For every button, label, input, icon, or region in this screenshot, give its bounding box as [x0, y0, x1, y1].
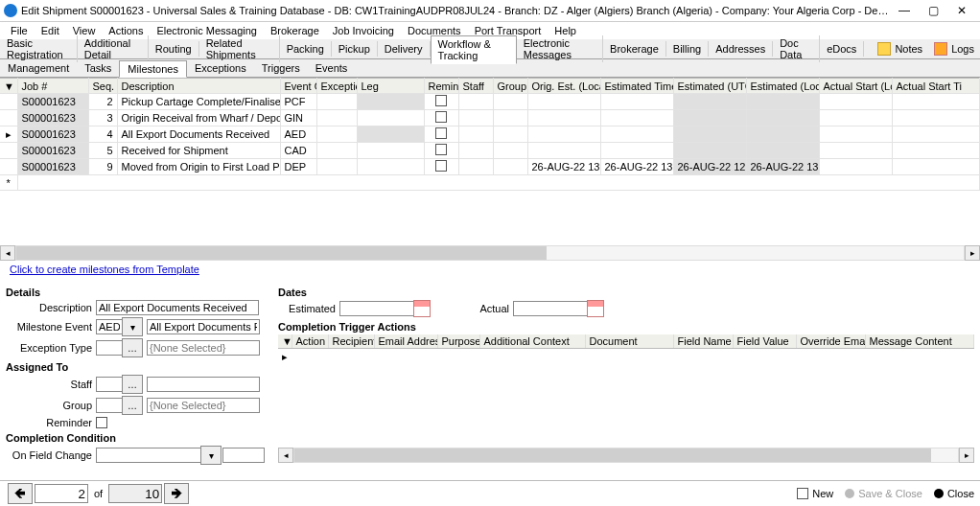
- of-label: of: [88, 488, 108, 499]
- trigger-scroll-left[interactable]: ◂: [278, 448, 293, 463]
- dates-heading: Dates: [278, 287, 974, 298]
- reminder-label: Reminder: [6, 417, 96, 428]
- event-dropdown-button[interactable]: ▾: [122, 317, 143, 336]
- logs-icon: [934, 42, 947, 56]
- on-field-change-label: On Field Change: [6, 449, 96, 461]
- page-total: [108, 484, 162, 503]
- grid-horizontal-scrollbar[interactable]: ◂ ▸: [0, 246, 980, 260]
- minimize-button[interactable]: —: [890, 4, 919, 17]
- event-code-input[interactable]: [96, 319, 123, 334]
- trigger-scroll-right[interactable]: ▸: [959, 448, 974, 463]
- reminder-detail-checkbox[interactable]: [96, 417, 107, 428]
- tab-pickup[interactable]: Pickup: [332, 41, 378, 57]
- grid-header-row: ▼ Job #Seq.DescriptionEvent CoExceptionL…: [0, 79, 980, 94]
- new-row[interactable]: *: [0, 175, 980, 191]
- notes-icon: [877, 42, 891, 56]
- trigger-grid[interactable]: ▼ ActionRecipientEmail AddressPurposeAdd…: [278, 334, 974, 364]
- description-label: Description: [6, 302, 96, 313]
- tab-billing[interactable]: Billing: [666, 41, 709, 57]
- tab-addresses[interactable]: Addresses: [709, 41, 773, 57]
- app-icon: [4, 4, 17, 17]
- description-input[interactable]: [96, 300, 259, 315]
- reminder-checkbox[interactable]: [435, 127, 447, 139]
- on-field-change-extra[interactable]: [222, 448, 265, 463]
- bottom-bar: 🡸 of 🡺 New Save & Close Close: [0, 480, 980, 506]
- staff-label: Staff: [6, 379, 96, 390]
- tab-additional-detail[interactable]: Additional Detail: [78, 35, 149, 62]
- subtab-tasks[interactable]: Tasks: [77, 60, 119, 76]
- table-row[interactable]: S000016235Received for ShipmentCAD: [0, 143, 980, 159]
- window-title: Edit Shipment S00001623 - Universal Sale…: [21, 5, 890, 16]
- new-button[interactable]: New: [797, 488, 833, 499]
- staff-code-input[interactable]: [96, 377, 123, 392]
- milestone-event-label: Milestone Event: [6, 321, 96, 333]
- reminder-checkbox[interactable]: [435, 95, 447, 106]
- staff-lookup-button[interactable]: …: [122, 375, 143, 394]
- menu-job-invoicing[interactable]: Job Invoicing: [326, 25, 401, 36]
- table-row[interactable]: ▸S000016234All Export Documents Received…: [0, 126, 980, 143]
- group-code-input[interactable]: [96, 398, 123, 413]
- scroll-right-button[interactable]: ▸: [965, 245, 980, 261]
- exception-text-input[interactable]: [147, 340, 260, 356]
- table-row[interactable]: S000016239Moved from Origin to First Loa…: [0, 159, 980, 175]
- subtab-management[interactable]: Management: [0, 60, 77, 76]
- reminder-checkbox[interactable]: [435, 144, 447, 155]
- tab-doc-data[interactable]: Doc Data: [773, 35, 820, 62]
- table-row[interactable]: S000016233Origin Receival from Wharf / D…: [0, 110, 980, 126]
- subtab-events[interactable]: Events: [308, 60, 356, 76]
- reminder-checkbox[interactable]: [435, 160, 447, 172]
- event-text-input[interactable]: [147, 319, 260, 334]
- subtab-milestones[interactable]: Milestones: [119, 60, 187, 78]
- assigned-heading: Assigned To: [6, 361, 268, 373]
- tab-packing[interactable]: Packing: [280, 41, 332, 57]
- group-lookup-button[interactable]: …: [122, 396, 143, 415]
- staff-text-input[interactable]: [147, 377, 260, 392]
- actual-calendar-button[interactable]: [587, 300, 604, 317]
- subtab-exceptions[interactable]: Exceptions: [187, 60, 254, 76]
- page-number-input[interactable]: [35, 484, 88, 503]
- notes-button[interactable]: Notes: [872, 40, 928, 58]
- completion-heading: Completion Condition: [6, 432, 268, 444]
- nav-next-button[interactable]: 🡺: [164, 483, 189, 504]
- table-row[interactable]: S000016232Pickup Cartage Complete/Finali…: [0, 94, 980, 110]
- close-window-button[interactable]: ✕: [947, 4, 976, 17]
- milestones-grid[interactable]: ▼ Job #Seq.DescriptionEvent CoExceptionL…: [0, 78, 980, 246]
- details-heading: Details: [6, 287, 268, 298]
- group-text-input[interactable]: [147, 398, 260, 413]
- trigger-horizontal-scrollbar[interactable]: ◂ ▸: [278, 448, 974, 462]
- exception-type-label: Exception Type: [6, 342, 96, 354]
- tab-related-shipments[interactable]: Related Shipments: [199, 35, 280, 62]
- on-field-change-select[interactable]: [96, 448, 201, 463]
- tab-electronic-messages[interactable]: Electronic Messages: [517, 35, 603, 62]
- estimated-calendar-button[interactable]: [413, 300, 431, 317]
- estimated-date-input[interactable]: [339, 301, 414, 316]
- tab-brokerage[interactable]: Brokerage: [603, 41, 666, 57]
- close-button[interactable]: Close: [934, 488, 974, 499]
- group-label: Group: [6, 400, 96, 411]
- logs-button[interactable]: Logs: [928, 40, 980, 58]
- estimated-label: Estimated: [278, 303, 339, 314]
- trigger-heading: Completion Trigger Actions: [278, 321, 974, 333]
- tab-basic-registration[interactable]: Basic Registration: [0, 35, 78, 62]
- tab-routing[interactable]: Routing: [149, 41, 199, 57]
- on-field-change-dropdown[interactable]: ▾: [200, 446, 222, 465]
- save-close-button[interactable]: Save & Close: [845, 488, 922, 499]
- tab-workflow-tracking[interactable]: Workflow & Tracking: [431, 35, 517, 64]
- create-from-template-link[interactable]: Click to create milestones from Template: [0, 260, 209, 279]
- nav-prev-button[interactable]: 🡸: [8, 483, 33, 504]
- subtab-triggers[interactable]: Triggers: [254, 60, 308, 76]
- reminder-checkbox[interactable]: [435, 111, 447, 123]
- scroll-left-button[interactable]: ◂: [0, 245, 15, 261]
- actual-label: Actual: [431, 303, 513, 314]
- exception-lookup-button[interactable]: …: [122, 338, 143, 357]
- exception-code-input[interactable]: [96, 340, 123, 356]
- tab-delivery[interactable]: Delivery: [378, 41, 431, 57]
- actual-date-input[interactable]: [513, 301, 588, 316]
- maximize-button[interactable]: ▢: [919, 4, 947, 17]
- tab-edocs[interactable]: eDocs: [820, 41, 864, 57]
- primary-tabstrip: Basic Registration Additional Detail Rou…: [0, 39, 980, 59]
